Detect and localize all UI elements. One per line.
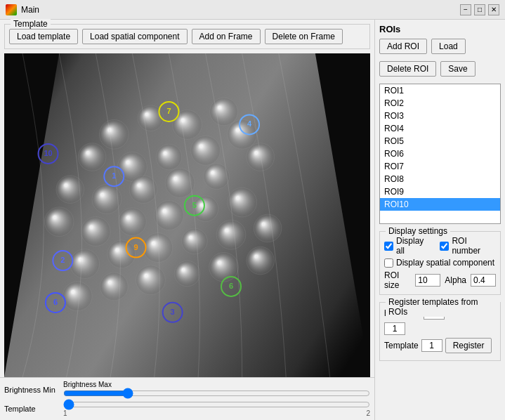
brightness-min-row: Brightness Min Brightness Max [4, 381, 370, 398]
register-row-2: Template Register [384, 338, 496, 353]
roi-list-item[interactable]: ROI2 [380, 97, 500, 110]
roi-buttons-2: Delete ROI Save [379, 61, 501, 77]
template-section: Template Load template Load spatial comp… [4, 24, 370, 49]
template-slider[interactable] [63, 400, 370, 409]
roi-size-input[interactable] [415, 274, 440, 287]
image-area [4, 53, 370, 377]
alpha-label: Alpha [445, 275, 466, 285]
roi-list-item[interactable]: ROI10 [380, 198, 500, 211]
rois-header: ROIs [379, 24, 501, 34]
roi-size-row: ROI size Alpha [384, 270, 496, 290]
register-button[interactable]: Register [445, 338, 492, 353]
register-section: Register templates from ROIs horizontal … [379, 302, 501, 361]
brightness-min-slider-container: Brightness Max [63, 381, 370, 398]
maximize-button[interactable]: □ [474, 4, 485, 15]
template-register-label: Template [384, 341, 419, 350]
display-settings-label: Display settings [386, 226, 450, 236]
window-title: Main [21, 5, 460, 15]
alpha-input[interactable] [471, 274, 496, 287]
delete-roi-button[interactable]: Delete ROI [379, 61, 436, 77]
display-spatial-label: Display spatial component [396, 258, 494, 268]
close-button[interactable]: ✕ [488, 4, 499, 15]
title-bar: Main − □ ✕ [0, 0, 505, 20]
save-roi-button[interactable]: Save [440, 61, 475, 77]
brightness-min-label: Brightness Min [4, 386, 60, 394]
display-spatial-row: Display spatial component [384, 258, 496, 268]
roi-list-item[interactable]: ROI9 [380, 185, 500, 198]
main-content: Template Load template Load spatial comp… [0, 20, 505, 420]
display-all-label: Display all [396, 236, 433, 256]
template-row: Template 1 2 [4, 400, 370, 417]
app-icon [6, 4, 17, 15]
brightness-slider[interactable] [63, 388, 370, 398]
display-settings-section: Display settings Display all ROI number … [379, 231, 501, 295]
load-spatial-button[interactable]: Load spatial component [82, 29, 187, 44]
roi-size-label: ROI size [384, 270, 411, 290]
roi-list-item[interactable]: ROI8 [380, 173, 500, 185]
minimize-button[interactable]: − [460, 4, 471, 15]
roi-list-item[interactable]: ROI1 [380, 84, 500, 97]
roi-list-item[interactable]: ROI7 [380, 160, 500, 173]
display-spatial-checkbox[interactable] [384, 258, 393, 268]
vertical-input[interactable] [384, 322, 405, 335]
right-panel: ROIs Add ROI Load Delete ROI Save ROI1RO… [375, 20, 505, 420]
roi-number-checkbox[interactable] [440, 242, 449, 251]
load-roi-button[interactable]: Load [431, 39, 466, 54]
roi-buttons: Add ROI Load [379, 39, 501, 54]
bottom-controls: Brightness Min Brightness Max Template 1 [0, 377, 374, 420]
load-template-button[interactable]: Load template [9, 29, 78, 44]
display-all-row: Display all ROI number [384, 236, 496, 256]
left-panel: Template Load template Load spatial comp… [0, 20, 375, 420]
register-section-label: Register templates from ROIs [386, 297, 500, 317]
roi-list-item[interactable]: ROI5 [380, 135, 500, 147]
template-tick-max: 2 [366, 409, 370, 417]
window-controls: − □ ✕ [460, 4, 499, 15]
roi-list-item[interactable]: ROI6 [380, 147, 500, 160]
roi-number-label: ROI number [452, 236, 496, 256]
template-slider-container: 1 2 [63, 400, 370, 417]
template-register-input[interactable] [421, 339, 442, 352]
template-section-label: Template [11, 19, 51, 29]
template-slider-label: Template [4, 405, 60, 413]
display-all-checkbox[interactable] [384, 242, 393, 251]
add-on-frame-button[interactable]: Add on Frame [192, 29, 261, 44]
roi-list-item[interactable]: ROI3 [380, 110, 500, 122]
template-button-row: Load template Load spatial component Add… [9, 29, 365, 44]
delete-on-frame-button[interactable]: Delete on Frame [265, 29, 343, 44]
rois-section-label: ROIs [379, 24, 400, 34]
add-roi-button[interactable]: Add ROI [379, 39, 427, 54]
template-tick-row: 1 2 [63, 409, 370, 417]
roi-list-item[interactable]: ROI4 [380, 122, 500, 135]
roi-list[interactable]: ROI1ROI2ROI3ROI4ROI5ROI6ROI7ROI8ROI9ROI1… [379, 84, 501, 224]
template-tick-min: 1 [63, 409, 67, 417]
